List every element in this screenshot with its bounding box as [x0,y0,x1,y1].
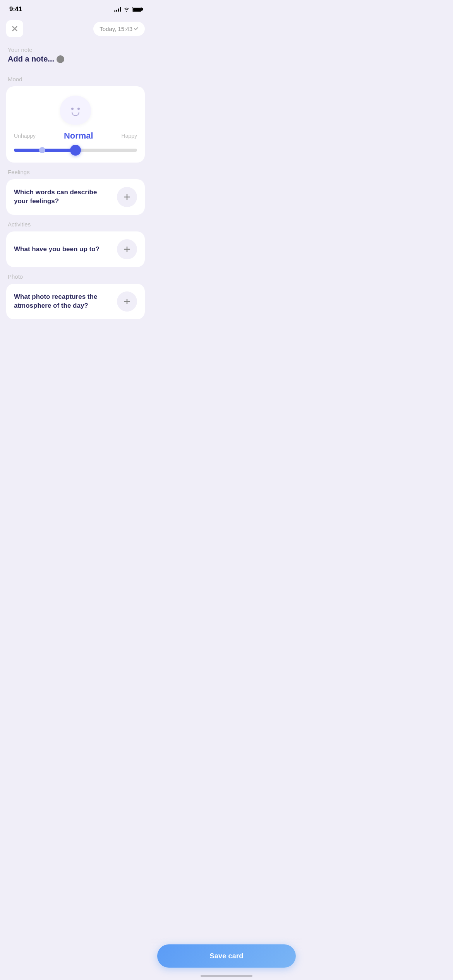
mood-section-label: Mood [6,76,145,82]
mood-face [60,96,91,125]
mood-smile [72,112,79,116]
mood-eye-right [77,108,80,110]
activities-section-label: Activities [6,221,145,228]
note-section-label: Your note [8,46,143,53]
status-time: 9:41 [9,5,22,13]
activities-card: What have you been up to? [6,231,145,267]
plus-icon [123,245,131,253]
note-placeholder-text: Add a note... [8,55,54,63]
close-icon [11,25,18,32]
slider-midpoint-dot [39,147,45,153]
photo-card: What photo recaptures the atmosphere of … [6,284,145,319]
chevron-down-icon [134,26,138,30]
plus-icon [123,193,131,201]
mood-happy-label: Happy [122,133,137,139]
mood-face-inner [71,105,80,116]
main-content: Your note Add a note... Mood Unhappy Nor… [0,40,151,372]
mood-name: Normal [64,131,93,141]
status-icons [114,7,142,12]
date-label: Today, 15:43 [100,26,132,32]
battery-icon [132,7,142,12]
activities-prompt: What have you been up to? [14,245,112,254]
status-bar: 9:41 [0,0,151,17]
feelings-prompt: Which words can describe your feelings? [14,188,112,206]
record-button[interactable] [57,55,64,63]
note-input-area[interactable]: Add a note... [8,55,143,63]
mood-eye-left [71,108,74,110]
wifi-icon [124,7,130,12]
slider-thumb[interactable] [70,145,81,156]
feelings-section: Feelings Which words can describe your f… [6,169,145,215]
feelings-section-label: Feelings [6,169,145,175]
add-photo-button[interactable] [117,291,137,312]
feelings-card: Which words can describe your feelings? [6,179,145,215]
photo-section-label: Photo [6,273,145,280]
mood-card: Unhappy Normal Happy [6,86,145,163]
note-section: Your note Add a note... [6,43,145,70]
add-activities-button[interactable] [117,239,137,259]
mood-face-container [14,96,137,125]
signal-icon [114,7,121,12]
close-button[interactable] [6,20,23,37]
mood-labels-row: Unhappy Normal Happy [14,131,137,141]
date-selector[interactable]: Today, 15:43 [93,22,145,36]
photo-section: Photo What photo recaptures the atmosphe… [6,273,145,319]
photo-prompt: What photo recaptures the atmosphere of … [14,293,112,310]
mood-unhappy-label: Unhappy [14,133,36,139]
activities-section: Activities What have you been up to? [6,221,145,267]
slider-track [14,149,137,152]
plus-icon [123,298,131,305]
mood-slider[interactable] [14,146,137,155]
add-feelings-button[interactable] [117,187,137,207]
mood-eyes [71,108,80,110]
nav-bar: Today, 15:43 [0,17,151,40]
